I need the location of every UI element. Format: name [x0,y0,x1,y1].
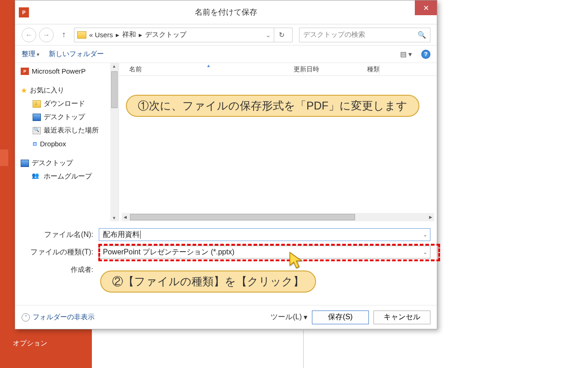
tree-item-recent[interactable]: 最近表示した場所 [20,124,119,137]
tree-item-desktop[interactable]: デスクトップ [20,110,119,124]
address-path-last: デスクトップ [145,30,187,39]
dialog-body: P Microsoft PowerP ★ お気に入り ダウンロード デスクトップ… [15,63,437,221]
hide-folders-toggle[interactable]: ˄ フォルダーの非表示 [22,313,95,322]
tree-item-homegroup[interactable]: ホームグループ [20,170,119,183]
file-list: ▲ 名前 更新日時 種類 [119,63,437,221]
address-bar[interactable]: « Users ▸ 祥和 ▸ デスクトップ ⌄ ↻ [74,28,293,42]
divider [303,330,304,368]
text-caret [140,230,141,239]
refresh-button[interactable]: ↻ [274,28,289,42]
close-button[interactable]: ✕ [415,0,437,15]
sort-indicator-icon: ▲ [206,63,211,68]
tree-item-favorites[interactable]: ★ お気に入り [20,84,119,97]
chevron-down-icon[interactable]: ⌄ [423,232,427,238]
downloads-icon [33,100,41,108]
tree-scrollbar[interactable] [110,63,119,221]
tree-item-dropbox[interactable]: ⧈ Dropbox [20,137,119,150]
backstage-options-item[interactable]: オプション [13,339,47,348]
homegroup-icon [33,173,41,180]
column-date[interactable]: 更新日時 [294,65,367,74]
tree-label: ダウンロード [44,99,85,108]
chevron-right-icon: ▸ [139,31,142,39]
hide-folders-label: フォルダーの非表示 [33,313,95,322]
list-header: ▲ 名前 更新日時 種類 [119,63,437,76]
new-folder-button[interactable]: 新しいフォルダー [49,50,104,58]
filetype-row: ファイルの種類(T): PowerPoint プレゼンテーション (*.pptx… [22,243,430,261]
tree-label: Microsoft PowerP [32,67,86,75]
collapse-icon: ˄ [22,313,30,322]
filename-label: ファイル名(N): [22,230,95,240]
list-hscrollbar[interactable] [122,213,434,221]
save-button[interactable]: 保存(S) [312,310,369,324]
dialog-fields: ファイル名(N): 配布用資料 ⌄ ファイルの種類(T): PowerPoint… [15,221,437,278]
address-dropdown-icon[interactable]: ⌄ [266,31,271,39]
tree-item-desktop2[interactable]: デスクトップ [20,156,119,170]
filename-row: ファイル名(N): 配布用資料 ⌄ [22,226,430,243]
backstage-selected-indicator [0,150,8,166]
powerpoint-icon: P [21,68,29,75]
tree-label: Dropbox [40,140,66,148]
tree-label: デスクトップ [44,113,85,121]
callout-step2: ②【ファイルの種類】を【クリック】 [100,270,316,293]
address-path-prefix: « Users [89,31,113,39]
chevron-down-icon: ▾ [408,50,412,58]
filetype-label: ファイルの種類(T): [22,247,95,257]
search-box[interactable]: デスクトップの検索 🔍 [299,28,430,42]
powerpoint-icon: P [19,7,29,17]
chevron-down-icon: ▾ [304,313,307,322]
tree-item-downloads[interactable]: ダウンロード [20,97,119,110]
tree-label: 最近表示した場所 [44,126,99,135]
filename-value: 配布用資料 [103,230,140,240]
address-path-mid: 祥和 [122,30,136,39]
view-icon: ▤ [400,50,407,58]
desktop-icon [33,114,41,121]
desktop-icon [21,160,29,167]
back-button[interactable]: ← [22,28,36,42]
author-label: 作成者: [22,265,95,274]
tools-label: ツール(L) [271,312,302,322]
star-icon: ★ [21,86,27,95]
dialog-toolbar: 整理 新しいフォルダー ▤ ▾ ? [15,46,437,63]
folder-icon [77,31,86,39]
tree-label: デスクトップ [32,159,73,167]
organize-menu[interactable]: 整理 [22,50,40,58]
view-mode-button[interactable]: ▤ ▾ [400,50,412,58]
dropbox-icon: ⧈ [33,139,37,148]
dialog-title: 名前を付けて保存 [195,7,257,17]
recent-icon [33,127,41,134]
tree-label: お気に入り [30,86,64,95]
dialog-titlebar: P 名前を付けて保存 ✕ [15,0,437,24]
callout-step1: ①次に、ファイルの保存形式を「PDF」に変更します [126,95,419,117]
navigation-tree: P Microsoft PowerP ★ お気に入り ダウンロード デスクトップ… [15,63,119,221]
column-divider[interactable] [303,65,303,74]
tree-item-msppt[interactable]: P Microsoft PowerP [20,65,119,77]
dialog-footer: ˄ フォルダーの非表示 ツール(L) ▾ 保存(S) キャンセル [15,305,437,329]
column-divider[interactable] [379,65,379,74]
tree-label: ホームグループ [44,172,92,181]
chevron-down-icon: ⌄ [423,249,427,255]
up-button[interactable]: ↑ [59,30,68,40]
forward-button[interactable]: → [39,28,54,42]
scrollbar-thumb[interactable] [111,71,118,108]
scrollbar-thumb[interactable] [130,214,355,220]
filename-input[interactable]: 配布用資料 ⌄ [99,228,430,241]
help-button[interactable]: ? [421,50,430,59]
search-icon: 🔍 [418,31,426,39]
tools-menu[interactable]: ツール(L) ▾ [271,312,307,322]
filetype-value: PowerPoint プレゼンテーション (*.pptx) [103,247,234,257]
column-type[interactable]: 種類 [367,65,413,74]
cancel-button[interactable]: キャンセル [373,310,430,324]
chevron-right-icon: ▸ [116,31,119,39]
filetype-dropdown[interactable]: PowerPoint プレゼンテーション (*.pptx) ⌄ [99,246,430,259]
search-placeholder: デスクトップの検索 [303,30,365,39]
dialog-nav-bar: ← → ↑ « Users ▸ 祥和 ▸ デスクトップ ⌄ ↻ デスクトップの検… [15,24,437,46]
